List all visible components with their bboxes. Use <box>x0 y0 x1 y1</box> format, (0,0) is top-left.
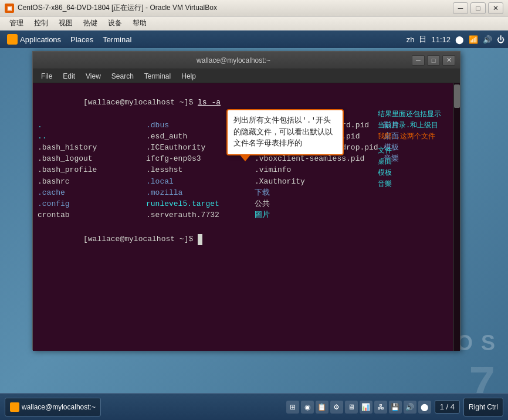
term-menu-edit[interactable]: Edit <box>58 71 80 82</box>
applications-button[interactable]: Applications <box>4 33 65 46</box>
file-vbox-seam: .vboxclient-seamless.pid <box>255 154 384 164</box>
tray-icon-9[interactable]: 🔊 <box>404 401 416 414</box>
tray-icon-4[interactable]: ⚙ <box>330 401 343 414</box>
terminal-title: wallace@mylocalhost:~ <box>55 56 412 65</box>
host-topbar: Applications Places Terminal zh 日 11:12 … <box>0 31 508 48</box>
callout-arrow <box>239 154 251 161</box>
terminal-titlebar: wallace@mylocalhost:~ ─ □ ✕ <box>33 52 460 69</box>
file-pictures: 圖片 <box>255 210 384 221</box>
vbox-menu-devices[interactable]: 设备 <box>103 17 127 29</box>
file-viminfo: .viminfo <box>255 165 384 175</box>
topbar-right: zh 日 11:12 ⬤ 📶 🔊 ⏻ <box>407 34 504 45</box>
term-menu-view[interactable]: View <box>81 71 106 82</box>
tray-icon-8[interactable]: 💾 <box>389 401 402 414</box>
taskbar-right: ⊞ ◉ 📋 ⚙ 🖥 📊 🖧 💾 🔊 ⬤ 1 / 4 Right Ctrl <box>286 398 503 416</box>
term-minimize[interactable]: ─ <box>412 55 425 66</box>
term-menu-search[interactable]: Search <box>107 71 138 82</box>
close-button[interactable]: ✕ <box>488 2 503 14</box>
file-cache: .cache <box>38 188 146 198</box>
lang-indicator: zh <box>407 35 415 44</box>
file-lesshst: .lesshst <box>146 165 255 175</box>
tray-icon-5[interactable]: 🖥 <box>345 401 358 414</box>
callout-text: 列出所有文件包括以'.'开头的隐藏文件，可以看出默认以文件名字母表排序的 <box>233 116 333 148</box>
tray-icon-6[interactable]: 📊 <box>360 401 372 414</box>
file-runlevel: runlevel5.target <box>146 199 255 209</box>
tray-icon-3[interactable]: 📋 <box>316 401 328 414</box>
host-bottombar: wallace@mylocalhost:~ ⊞ ◉ 📋 ⚙ 🖥 📊 🖧 💾 🔊 … <box>0 393 508 420</box>
tray-icon-2[interactable]: ◉ <box>301 401 314 414</box>
tray-icon-7[interactable]: 🖧 <box>374 401 387 414</box>
command: ls -a <box>198 98 221 107</box>
tray-icon-10[interactable]: ⬤ <box>418 401 431 414</box>
taskbar-terminal-label: wallace@mylocalhost:~ <box>22 403 96 411</box>
term-maximize[interactable]: □ <box>427 55 440 66</box>
vbox-menu-hotkey[interactable]: 热键 <box>79 17 102 29</box>
prompt2: [wallace@mylocalhost ~]$ <box>83 235 198 243</box>
file-crontab: crontab <box>38 210 146 221</box>
right-annotations: 结果里面还包括显示 当前目录.和上级目 我郎..这两个文件 文件 桌面 模板 音… <box>378 109 454 190</box>
annotation-files: 文件 桌面 模板 音樂 <box>378 145 454 191</box>
volume-icon: 🔊 <box>483 35 492 44</box>
taskbar-terminal-icon <box>10 402 19 412</box>
maximize-button[interactable]: □ <box>470 2 486 14</box>
col1: . .. .bash_history .bash_logout .bash_pr… <box>38 120 146 222</box>
vbox-menu-view[interactable]: 视图 <box>54 17 77 29</box>
file-dot: . <box>38 120 146 131</box>
file-bashrc: .bashrc <box>38 177 146 187</box>
title-left: ▣ CentOS-7-x86_64-DVD-1804 [正在运行] - Orac… <box>5 3 217 13</box>
places-button[interactable]: Places <box>67 34 97 45</box>
file-bash_history: .bash_history <box>38 143 146 153</box>
annotation-line2: 当前目录.和上级目 <box>378 120 454 131</box>
page-indicator: 1 / 4 <box>435 400 460 414</box>
file-bash_logout: .bash_logout <box>38 154 146 164</box>
terminal-button[interactable]: Terminal <box>99 34 135 45</box>
annotation-line1: 结果里面还包括显示 <box>378 109 454 120</box>
callout-box: 列出所有文件包括以'.'开头的隐藏文件，可以看出默认以文件名字母表排序的 <box>226 109 344 155</box>
terminal-window: wallace@mylocalhost:~ ─ □ ✕ File Edit Vi… <box>32 51 460 350</box>
file-download: 下载 <box>255 188 384 198</box>
terminal-controls[interactable]: ─ □ ✕ <box>412 55 455 66</box>
tray-icon-1[interactable]: ⊞ <box>286 401 299 414</box>
terminal-content[interactable]: [wallace@mylocalhost ~]$ ls -a . .. .bas… <box>33 83 460 351</box>
file-config: .config <box>38 199 146 209</box>
date-icon: 日 <box>419 34 426 45</box>
window-title: CentOS-7-x86_64-DVD-1804 [正在运行] - Oracle… <box>18 3 217 13</box>
file-bash_profile: .bash_profile <box>38 165 146 175</box>
file-ifcfg: ifcfg-enp0s3 <box>146 154 255 164</box>
vbox-menubar: 管理 控制 视图 热键 设备 帮助 <box>0 16 508 31</box>
vbox-menu-manage[interactable]: 管理 <box>5 17 28 29</box>
file-serverauth: .serverauth.7732 <box>146 210 255 221</box>
taskbar-terminal-item[interactable]: wallace@mylocalhost:~ <box>5 398 101 416</box>
power-icon: ⏻ <box>497 35 504 44</box>
minimize-button[interactable]: ─ <box>453 2 468 14</box>
apps-icon <box>7 34 18 45</box>
network-icon: 📶 <box>469 35 478 44</box>
prompt2-line: [wallace@mylocalhost ~]$ <box>38 223 455 256</box>
terminal-menubar: File Edit View Search Terminal Help <box>33 69 460 83</box>
right-ctrl-button[interactable]: Right Ctrl <box>463 398 503 416</box>
annotation-line3: 我郎..这两个文件 <box>378 131 454 143</box>
file-public: 公共 <box>255 199 384 209</box>
screen-icon: ⬤ <box>455 35 464 44</box>
vbox-menu-control[interactable]: 控制 <box>29 17 53 29</box>
file-xauthority: .Xauthority <box>255 177 384 187</box>
desktop: NTO S 7 wallace@mylocalhost:~ ─ □ ✕ File… <box>0 48 508 420</box>
prompt1: [wallace@mylocalhost ~]$ <box>83 98 198 107</box>
term-menu-terminal[interactable]: Terminal <box>140 71 175 82</box>
tray-icons: ⊞ ◉ 📋 ⚙ 🖥 📊 🖧 💾 🔊 ⬤ <box>286 401 431 414</box>
title-controls[interactable]: ─ □ ✕ <box>453 2 503 14</box>
clock: 11:12 <box>431 35 451 44</box>
term-menu-file[interactable]: File <box>36 71 57 82</box>
term-close[interactable]: ✕ <box>442 55 455 66</box>
applications-label: Applications <box>20 35 61 44</box>
file-dotdot: .. <box>38 131 146 142</box>
scrollbar[interactable] <box>453 83 460 351</box>
vbox-menu-help[interactable]: 帮助 <box>128 17 151 29</box>
term-menu-help[interactable]: Help <box>177 71 201 82</box>
file-local: .local <box>146 177 255 187</box>
vbox-icon: ▣ <box>5 4 14 13</box>
vbox-titlebar: ▣ CentOS-7-x86_64-DVD-1804 [正在运行] - Orac… <box>0 0 508 16</box>
file-mozilla: .mozilla <box>146 188 255 198</box>
